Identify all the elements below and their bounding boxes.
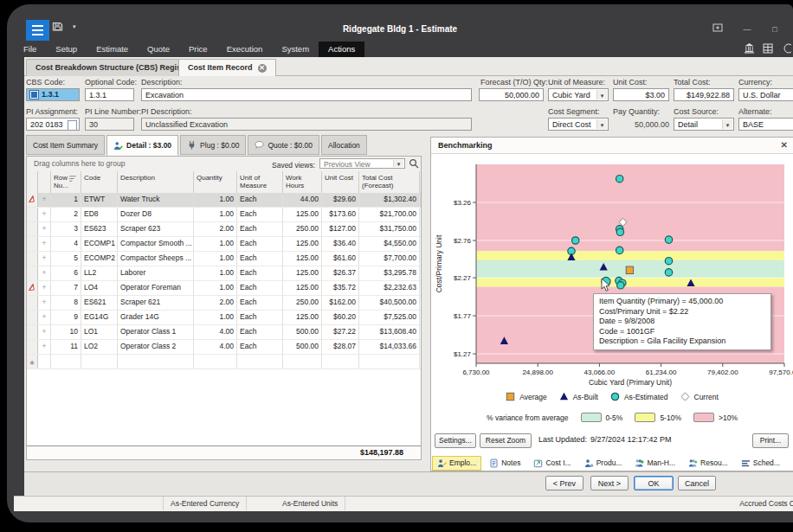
detail-tab-4[interactable]: Allocation	[321, 135, 367, 155]
cbs-code-field[interactable]: 1.3.1	[26, 88, 80, 101]
pi-document-icon[interactable]	[68, 120, 77, 131]
uom-dropdown[interactable]: Cubic Yard ▾	[548, 88, 609, 101]
prev-button[interactable]: < Prev	[545, 476, 583, 490]
grid-header-total-cost-forecast-[interactable]: Total Cost (Forecast)	[359, 171, 420, 193]
bottom-tab-emplo[interactable]: Emplo...	[432, 456, 481, 471]
bottom-tab-notes[interactable]: Notes	[484, 456, 525, 471]
expand-row-icon[interactable]: +	[38, 311, 51, 324]
search-icon[interactable]	[409, 158, 419, 169]
minimize-icon[interactable]: —	[738, 22, 757, 36]
menu-actions[interactable]: Actions	[319, 42, 364, 57]
help-icon[interactable]	[781, 42, 791, 57]
menu-execution[interactable]: Execution	[217, 42, 273, 57]
table-row[interactable]: +8ES621Scraper 6212.00Each250.00$162.00$…	[27, 296, 421, 311]
saved-views-dropdown-icon[interactable]: ▾	[393, 160, 403, 167]
float-window-icon[interactable]	[708, 22, 727, 36]
forecast-qty-field[interactable]: 50,000.00	[479, 88, 544, 101]
table-row[interactable]: +4ECOMP1Compactor Smooth ...1.00Each125.…	[27, 237, 421, 252]
table-row[interactable]: +2ED8Dozer D81.00Each125.00$173.60$21,70…	[27, 208, 421, 222]
ok-button[interactable]: OK	[634, 476, 674, 490]
expand-row-icon[interactable]: +	[38, 237, 51, 251]
menu-system[interactable]: System	[272, 42, 319, 57]
menu-price[interactable]: Price	[179, 42, 217, 57]
expand-row-icon[interactable]: +	[38, 208, 51, 221]
chart-point[interactable]	[616, 247, 623, 253]
bottom-tab-resou[interactable]: Resou...	[683, 456, 733, 471]
table-row[interactable]: +9EG14GGrader 14G1.00Each125.00$60.20$7,…	[27, 311, 421, 325]
expand-row-icon[interactable]: +	[38, 340, 51, 354]
table-row[interactable]: +10LO1Operator Class 14.00Each500.00$27.…	[27, 325, 421, 340]
detail-tab-3[interactable]: Quote : $0.00	[248, 135, 319, 155]
menu-estimate[interactable]: Estimate	[87, 42, 138, 57]
chart-point[interactable]	[611, 393, 618, 400]
next-button[interactable]: Next >	[590, 476, 629, 490]
benchmarking-close-icon[interactable]: ✕	[781, 140, 788, 151]
saved-views-dropdown[interactable]: Previous View ▾	[319, 158, 405, 169]
grid-header-unit-cost[interactable]: Unit Cost	[322, 171, 359, 193]
description-field[interactable]: Excavation	[141, 88, 472, 101]
grid-header-unit-of-measure[interactable]: Unit of Measure	[237, 171, 283, 193]
chart-point[interactable]	[665, 269, 672, 276]
expand-row-icon[interactable]: +	[38, 266, 51, 280]
expand-row-icon[interactable]: +	[38, 193, 51, 207]
bottom-tab-sched[interactable]: Sched...	[736, 456, 785, 471]
cost-segment-dropdown-icon[interactable]: ▾	[596, 119, 607, 129]
bottom-tab-produ[interactable]: Produ...	[579, 456, 628, 471]
cost-source-dropdown[interactable]: Detail ▾	[674, 118, 734, 131]
table-row[interactable]: +6LL2Laborer1.00Each125.00$26.37$3,295.7…	[27, 266, 421, 281]
cost-source-dropdown-icon[interactable]: ▾	[722, 119, 732, 129]
chart-point[interactable]	[616, 228, 623, 235]
expand-row-icon[interactable]: +	[38, 325, 51, 339]
detail-tab-1[interactable]: Detail : $3.00	[106, 135, 178, 156]
grid-header-row-number[interactable]: Row Nu...	[51, 171, 81, 193]
chart-point[interactable]	[665, 236, 672, 243]
status-units-mode[interactable]: As-Entered Units	[275, 497, 345, 510]
pi-assignment-field[interactable]: 202 0183	[26, 118, 80, 131]
chart-point[interactable]	[560, 393, 568, 401]
cost-segment-dropdown[interactable]: Direct Cost ▾	[548, 118, 609, 131]
bottom-tab-costi[interactable]: Cost I...	[528, 456, 576, 471]
grid-header-quantity[interactable]: Quantity	[194, 171, 237, 193]
chart-point[interactable]	[572, 237, 579, 244]
bottom-tab-manh[interactable]: Man-H...	[629, 456, 680, 471]
table-row[interactable]: +11LO2Operator Class 24.00Each500.00$28.…	[27, 340, 421, 355]
table-row[interactable]: +3ES623Scraper 6232.00Each250.00$127.00$…	[27, 222, 421, 237]
table-row[interactable]: +7LO4Operator Foreman1.00Each125.00$35.7…	[27, 281, 421, 296]
maximize-icon[interactable]: □	[765, 22, 784, 36]
currency-field[interactable]: U.S. Dollar	[738, 88, 793, 101]
menu-quote[interactable]: Quote	[138, 42, 179, 57]
table-row[interactable]: +5ECOMP2Compactor Sheeps ...1.00Each125.…	[27, 252, 421, 266]
cancel-button[interactable]: Cancel	[678, 476, 716, 490]
pi-description-field[interactable]: Unclassified Excavation	[141, 118, 472, 131]
expand-row-icon[interactable]: +	[38, 252, 51, 266]
chart-point[interactable]	[506, 393, 513, 400]
grid-view-icon[interactable]	[763, 42, 773, 57]
table-row[interactable]: +1ETWTWater Truck1.00Each44.00$29.60$1,3…	[27, 193, 421, 208]
menu-file[interactable]: File	[14, 42, 46, 57]
alternate-field[interactable]: BASE	[738, 118, 793, 131]
status-currency-mode[interactable]: As-Entered Currency	[163, 497, 247, 510]
chart-point[interactable]	[617, 282, 624, 289]
detail-tab-2[interactable]: Plug : $0.00	[180, 135, 246, 155]
grid-header-work-hours[interactable]: Work Hours	[283, 171, 322, 193]
menu-setup[interactable]: Setup	[46, 42, 87, 57]
total-cost-field[interactable]: $149,922.88	[674, 88, 734, 101]
uom-dropdown-icon[interactable]: ▾	[596, 90, 607, 99]
optional-code-field[interactable]: 1.3.1	[85, 88, 134, 101]
close-tab-icon[interactable]: ✕	[258, 64, 267, 73]
unit-cost-field[interactable]: $3.00	[613, 88, 669, 101]
tab-cbs-register[interactable]: Cost Breakdown Structure (CBS) Register	[26, 59, 201, 76]
expand-row-icon[interactable]: +	[38, 296, 51, 310]
grid-header-description[interactable]: Description	[118, 171, 194, 193]
new-row[interactable]: ∗	[27, 355, 421, 369]
close-icon[interactable]: ✕	[788, 22, 793, 36]
library-icon[interactable]	[744, 42, 755, 57]
tab-cost-item-record[interactable]: Cost Item Record ✕	[178, 59, 276, 76]
chart-point[interactable]	[616, 176, 623, 183]
expand-row-icon[interactable]: +	[38, 222, 51, 236]
bottom-tab-userd[interactable]: User D...	[788, 456, 793, 471]
detail-tab-0[interactable]: Cost Item Summary	[26, 135, 105, 155]
settings-button[interactable]: Settings...	[435, 433, 476, 448]
print-button[interactable]: Print...	[752, 433, 789, 448]
chart-point[interactable]	[681, 393, 689, 401]
